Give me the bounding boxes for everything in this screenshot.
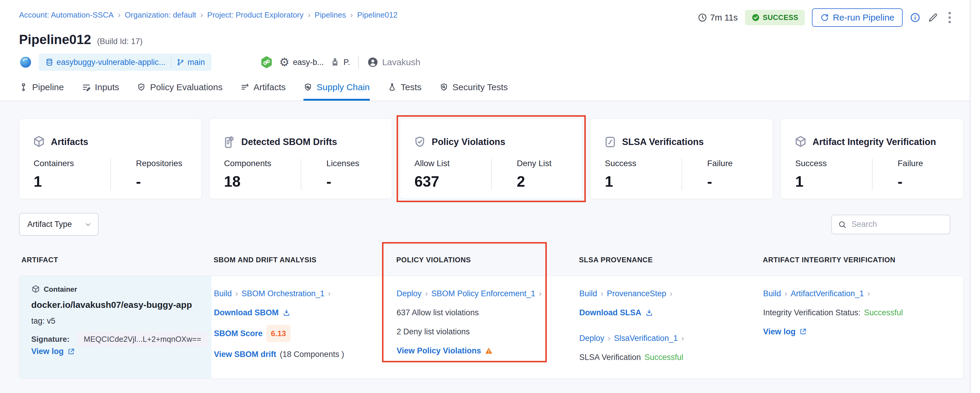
tab-pipeline[interactable]: Pipeline xyxy=(19,74,64,101)
branch-link[interactable]: main xyxy=(177,58,205,67)
title-row: Pipeline012 (Build Id: 17) xyxy=(19,32,952,47)
edit-pencil-icon[interactable] xyxy=(928,12,939,23)
artifacts-table: ARTIFACT SBOM AND DRIFT ANALYSIS POLICY … xyxy=(19,238,963,379)
clock-icon xyxy=(698,13,707,22)
shield-check-icon xyxy=(137,83,146,92)
stat-label: Components xyxy=(224,159,301,168)
trigger-user-icon xyxy=(330,58,340,67)
page-header: Account: Automation-SSCA › Organization:… xyxy=(0,0,980,74)
view-sbom-drift-link[interactable]: View SBOM drift xyxy=(214,347,277,361)
column-header-sbom: SBOM AND DRIFT ANALYSIS xyxy=(211,256,394,264)
step-link[interactable]: ArtifactVerification_1 xyxy=(791,287,864,300)
breadcrumb-pipelines[interactable]: Pipelines xyxy=(315,10,346,20)
breadcrumb-project[interactable]: Project: Product Exploratory xyxy=(207,10,304,20)
card-artifact-integrity-verification: Artifact Integrity Verification Success … xyxy=(781,118,963,199)
sbom-step-breadcrumb: Build › SBOM Orchestration_1 › xyxy=(214,287,385,300)
trigger-pipeline-ref[interactable]: ⚙ easy-b... xyxy=(279,57,324,68)
slsa-status-label: SLSA Verification xyxy=(579,350,641,364)
trigger-user[interactable]: P. xyxy=(330,58,350,67)
download-sbom-link[interactable]: Download SBOM xyxy=(214,306,385,320)
search-icon xyxy=(838,220,847,229)
external-link-icon xyxy=(67,348,75,355)
breadcrumb-account[interactable]: Account: Automation-SSCA xyxy=(19,10,114,20)
artifact-view-log-link[interactable]: View log xyxy=(31,347,203,356)
column-header-artifact: ARTIFACT xyxy=(19,256,211,264)
tab-artifacts-label: Artifacts xyxy=(253,82,286,92)
card-title: Policy Violations xyxy=(432,137,506,147)
search-input[interactable] xyxy=(851,220,957,229)
breadcrumb-separator: › xyxy=(601,287,603,300)
breadcrumb-separator: › xyxy=(867,287,870,300)
breadcrumb-separator: › xyxy=(539,287,541,300)
chevron-down-icon xyxy=(84,220,92,228)
view-log-label: View log xyxy=(31,347,64,356)
flask-icon xyxy=(388,83,396,92)
download-icon xyxy=(282,308,291,317)
view-log-label: View log xyxy=(763,325,795,339)
breadcrumb-organization[interactable]: Organization: default xyxy=(125,10,196,20)
tab-policy-evaluations[interactable]: Policy Evaluations xyxy=(137,74,222,101)
artifact-type-chip: Container xyxy=(31,285,203,294)
search-box xyxy=(831,215,950,234)
rerun-pipeline-button[interactable]: Re-run Pipeline xyxy=(812,8,903,27)
stat-allow-list: Allow List 637 xyxy=(413,159,491,190)
download-icon xyxy=(645,308,653,317)
card-title: Artifacts xyxy=(51,137,88,147)
security-shield-search-icon xyxy=(439,83,449,92)
step-link[interactable]: SlsaVerification_1 xyxy=(614,331,678,345)
check-circle-icon xyxy=(751,13,760,22)
execution-tab-bar: Pipeline Inputs Policy Evaluations Artif… xyxy=(0,74,980,101)
breadcrumb-separator: › xyxy=(350,10,353,20)
sbom-score-link[interactable]: SBOM Score xyxy=(214,327,263,340)
rerun-pipeline-label: Re-run Pipeline xyxy=(833,13,894,22)
header-actions: 7m 11s SUCCESS Re-run Pipeline xyxy=(698,8,954,27)
tab-inputs[interactable]: Inputs xyxy=(82,74,119,101)
stat-failure: Failure - xyxy=(872,159,950,190)
step-link[interactable]: SBOM Orchestration_1 xyxy=(242,287,325,300)
stage-link[interactable]: Deploy xyxy=(396,287,422,300)
breadcrumb-separator: › xyxy=(308,10,310,20)
scrollbar-gutter[interactable] xyxy=(970,0,980,393)
card-title: SLSA Verifications xyxy=(622,137,704,147)
executed-by-user: Lavakush xyxy=(367,57,420,68)
slsa-verification-status: SLSA Verification Successful xyxy=(579,350,752,364)
more-options-kebab-icon[interactable] xyxy=(945,10,954,25)
breadcrumb-separator: › xyxy=(200,10,203,20)
download-slsa-link[interactable]: Download SLSA xyxy=(579,306,752,320)
step-link[interactable]: ProvenanceStep xyxy=(607,287,667,300)
breadcrumb-pipeline012[interactable]: Pipeline012 xyxy=(357,10,398,20)
cube-icon xyxy=(794,136,807,149)
view-policy-violations-label: View Policy Violations xyxy=(396,344,481,358)
info-icon[interactable] xyxy=(910,12,921,23)
avatar-icon xyxy=(367,57,379,68)
slsa-step-breadcrumb-2: Deploy › SlsaVerification_1 › xyxy=(579,331,752,345)
repository-link[interactable]: easybuggy-vulnerable-applic... xyxy=(45,58,165,67)
tab-tests[interactable]: Tests xyxy=(388,74,422,101)
signature-label: Signature: xyxy=(31,335,70,344)
tab-artifacts[interactable]: Artifacts xyxy=(240,74,286,101)
stage-link[interactable]: Build xyxy=(214,287,232,300)
gear-icon: ⚙ xyxy=(279,57,290,68)
card-title: Artifact Integrity Verification xyxy=(813,137,936,147)
view-policy-violations-link[interactable]: View Policy Violations xyxy=(396,344,568,358)
trigger-user-initial: P. xyxy=(343,58,350,67)
artifact-type-label: Container xyxy=(44,285,77,294)
download-slsa-label: Download SLSA xyxy=(579,306,641,320)
tab-inputs-label: Inputs xyxy=(95,82,119,92)
tab-security-tests[interactable]: Security Tests xyxy=(439,74,508,101)
stage-link[interactable]: Deploy xyxy=(579,331,604,345)
card-detected-sbom-drifts: Detected SBOM Drifts Components 18 Licen… xyxy=(210,118,392,199)
signature-row: Signature: MEQCICde2Vjl...L+2+mqnOXw== xyxy=(31,332,203,347)
warning-icon xyxy=(485,347,493,355)
stat-label: Failure xyxy=(897,159,950,168)
execution-duration: 7m 11s xyxy=(698,13,738,22)
artifact-type-dropdown[interactable]: Artifact Type xyxy=(19,213,99,236)
tab-supply-chain[interactable]: Supply Chain xyxy=(304,74,369,101)
integrity-view-log-link[interactable]: View log xyxy=(763,325,955,339)
tab-tests-label: Tests xyxy=(401,82,422,92)
trigger-pipeline-ref-text: easy-b... xyxy=(293,58,324,67)
step-link[interactable]: SBOM Policy Enforcement_1 xyxy=(431,287,536,300)
stage-link[interactable]: Build xyxy=(763,287,781,300)
stage-link[interactable]: Build xyxy=(579,287,597,300)
shield-check-icon xyxy=(413,136,426,149)
